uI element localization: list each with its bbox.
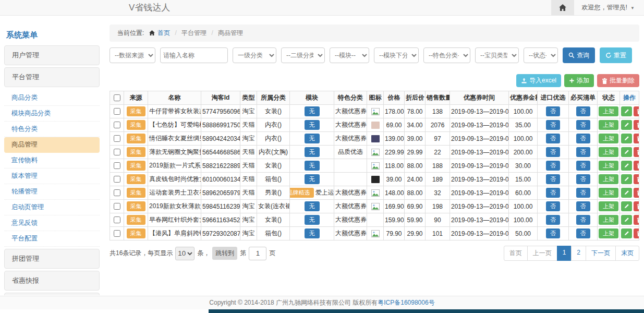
- page-button-首页[interactable]: 首页: [504, 246, 528, 261]
- sidebar-subitem-启动页管理[interactable]: 启动页管理: [4, 200, 100, 215]
- jump-button[interactable]: 跳转到: [212, 247, 237, 260]
- status-button[interactable]: 上架: [599, 228, 618, 238]
- row-checkbox[interactable]: [114, 230, 120, 237]
- must-buy-toggle-button[interactable]: 否: [576, 188, 590, 198]
- edit-button[interactable]: [621, 201, 632, 211]
- batch-delete-button[interactable]: 批量删除: [597, 74, 639, 87]
- delete-button[interactable]: [634, 201, 639, 211]
- row-checkbox[interactable]: [114, 203, 120, 210]
- status-button[interactable]: 上架: [599, 134, 618, 143]
- edit-button[interactable]: [621, 147, 632, 157]
- must-buy-toggle-button[interactable]: 否: [576, 161, 590, 171]
- page-button-2[interactable]: 2: [571, 246, 586, 261]
- filter-select-4[interactable]: --模块--: [330, 47, 369, 63]
- page-button-末页[interactable]: 末页: [615, 246, 639, 261]
- edit-button[interactable]: [621, 215, 632, 225]
- edit-button[interactable]: [621, 134, 632, 143]
- delete-button[interactable]: [634, 215, 639, 225]
- row-checkbox[interactable]: [114, 135, 120, 142]
- must-buy-toggle-button[interactable]: 否: [576, 215, 590, 225]
- must-buy-toggle-button[interactable]: 否: [576, 120, 590, 130]
- imported-toggle-button[interactable]: 否: [546, 201, 560, 211]
- status-button[interactable]: 上架: [599, 174, 618, 184]
- status-button[interactable]: 上架: [599, 120, 618, 130]
- status-button[interactable]: 上架: [599, 161, 618, 171]
- sidebar-subitem-商品分类[interactable]: 商品分类: [4, 90, 100, 106]
- status-button[interactable]: 上架: [599, 215, 618, 225]
- sidebar-item-拼团管理[interactable]: 拼团管理: [4, 249, 100, 269]
- sidebar-subitem-宣传物料[interactable]: 宣传物料: [4, 153, 100, 168]
- imported-toggle-button[interactable]: 否: [546, 147, 560, 157]
- status-button[interactable]: 上架: [599, 201, 618, 211]
- breadcrumb-home-link[interactable]: 首页: [157, 29, 170, 37]
- select-all-checkbox[interactable]: [114, 94, 120, 101]
- sidebar-subitem-商品管理[interactable]: 商品管理: [4, 137, 100, 153]
- search-button[interactable]: 查询: [563, 47, 595, 63]
- page-button-上一页[interactable]: 上一页: [527, 246, 557, 261]
- jump-page-input[interactable]: [249, 247, 266, 260]
- sidebar-subitem-模块商品分类[interactable]: 模块商品分类: [4, 106, 100, 122]
- imported-toggle-button[interactable]: 否: [546, 161, 560, 171]
- row-checkbox[interactable]: [114, 108, 120, 115]
- delete-button[interactable]: [634, 161, 639, 171]
- delete-button[interactable]: [634, 174, 639, 184]
- filter-select-8[interactable]: --状态--: [524, 47, 558, 63]
- sidebar-subitem-意见反馈[interactable]: 意见反馈: [4, 215, 100, 231]
- edit-button[interactable]: [621, 106, 632, 116]
- must-buy-toggle-button[interactable]: 否: [576, 228, 590, 238]
- imported-toggle-button[interactable]: 否: [546, 106, 560, 116]
- imported-toggle-button[interactable]: 否: [546, 134, 560, 143]
- delete-button[interactable]: [634, 120, 639, 130]
- sidebar-subitem-平台配置[interactable]: 平台配置: [4, 231, 100, 247]
- reset-button[interactable]: 重置: [600, 47, 632, 63]
- row-checkbox[interactable]: [114, 176, 120, 183]
- delete-button[interactable]: [634, 134, 639, 143]
- sidebar-item-省惠快报[interactable]: 省惠快报: [4, 271, 100, 291]
- delete-button[interactable]: [634, 147, 639, 157]
- status-button[interactable]: 上架: [599, 106, 618, 116]
- imported-toggle-button[interactable]: 否: [546, 188, 560, 198]
- edit-button[interactable]: [621, 228, 632, 238]
- imported-toggle-button[interactable]: 否: [546, 120, 560, 130]
- sidebar-item-消息管理[interactable]: 消息管理: [4, 293, 100, 295]
- must-buy-toggle-button[interactable]: 否: [576, 106, 590, 116]
- filter-select-3[interactable]: --二级分类--: [281, 47, 325, 63]
- row-checkbox[interactable]: [114, 189, 120, 196]
- sidebar-subitem-特色分类[interactable]: 特色分类: [4, 122, 100, 137]
- sidebar-subitem-轮播管理[interactable]: 轮播管理: [4, 184, 100, 200]
- imported-toggle-button[interactable]: 否: [546, 174, 560, 184]
- edit-button[interactable]: [621, 161, 632, 171]
- edit-button[interactable]: [621, 120, 632, 130]
- filter-select-6[interactable]: --特色分类--: [423, 47, 470, 63]
- row-checkbox[interactable]: [114, 122, 120, 128]
- user-menu[interactable]: 欢迎您，管理员! ▼: [574, 3, 644, 12]
- row-checkbox[interactable]: [114, 162, 120, 169]
- row-checkbox[interactable]: [114, 216, 120, 223]
- must-buy-toggle-button[interactable]: 否: [576, 134, 590, 143]
- home-button[interactable]: [551, 0, 574, 15]
- add-button[interactable]: 添加: [564, 74, 594, 87]
- filter-select-7[interactable]: --宝贝类型--: [475, 47, 519, 63]
- import-excel-button[interactable]: 导入excel: [516, 74, 561, 87]
- sidebar-item-平台管理[interactable]: 平台管理: [4, 67, 100, 87]
- filter-select-2[interactable]: 一级分类: [233, 47, 276, 63]
- sidebar-subitem-版本管理[interactable]: 版本管理: [4, 168, 100, 184]
- page-button-1[interactable]: 1: [557, 246, 572, 261]
- imported-toggle-button[interactable]: 否: [546, 228, 560, 238]
- must-buy-toggle-button[interactable]: 否: [576, 201, 590, 211]
- status-button[interactable]: 上架: [599, 147, 618, 157]
- delete-button[interactable]: [634, 228, 639, 238]
- filter-select-5[interactable]: --模块下分类--: [374, 47, 419, 63]
- must-buy-toggle-button[interactable]: 否: [576, 174, 590, 184]
- imported-toggle-button[interactable]: 否: [546, 215, 560, 225]
- status-button[interactable]: 上架: [599, 188, 618, 198]
- per-page-select[interactable]: 10: [175, 247, 195, 260]
- icp-link[interactable]: 粤ICP备16098006号: [378, 298, 434, 307]
- delete-button[interactable]: [634, 188, 639, 198]
- edit-button[interactable]: [621, 188, 632, 198]
- filter-select-0[interactable]: --数据来源--: [110, 47, 155, 63]
- page-button-下一页[interactable]: 下一页: [586, 246, 616, 261]
- name-search-input[interactable]: [160, 47, 228, 63]
- must-buy-toggle-button[interactable]: 否: [576, 147, 590, 157]
- row-checkbox[interactable]: [114, 149, 120, 155]
